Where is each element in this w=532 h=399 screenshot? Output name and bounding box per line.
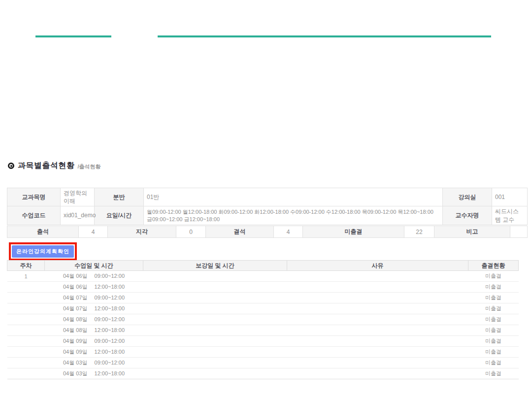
week-column-header: 주차 (7, 261, 45, 271)
class-section-label: 분반 (95, 188, 144, 206)
subject-name-value: 경영학의 이해 (61, 188, 95, 206)
class-datetime-cell: 04월 03일12:00~18:00 (45, 368, 143, 379)
menu-accent-line-left (35, 35, 111, 37)
status-cell: 미출결 (468, 336, 519, 347)
class-date: 04월 08일 (63, 327, 88, 333)
class-date: 04월 06일 (63, 273, 88, 279)
table-row: 04월 08일09:00~12:00 미출결 (7, 314, 519, 325)
class-date: 04월 03일 (63, 370, 88, 376)
makeup-datetime-cell (143, 271, 287, 282)
late-count-value: 0 (176, 226, 206, 238)
class-time: 09:00~12:00 (95, 338, 125, 344)
menu-accent-line-right (158, 35, 491, 37)
class-datetime-cell: 04월 08일12:00~18:00 (45, 325, 143, 336)
classroom-value: 001 (492, 188, 528, 206)
week-cell (7, 368, 45, 379)
class-date: 04월 09일 (63, 338, 88, 344)
section-heading: 과목별출석현황 /출석현황 (8, 161, 101, 171)
class-date: 04월 08일 (63, 316, 88, 322)
reason-column-header: 사유 (287, 261, 468, 271)
status-column-header: 출결현황 (468, 261, 519, 271)
class-date: 04월 03일 (63, 360, 88, 366)
reason-cell (287, 271, 468, 282)
late-count-label: 지각 (108, 226, 176, 238)
reason-cell (287, 347, 468, 358)
makeup-datetime-cell (143, 347, 287, 358)
makeup-datetime-cell (143, 303, 287, 314)
status-cell: 미출결 (468, 325, 519, 336)
table-row: 04월 09일12:00~18:00 미출결 (7, 347, 519, 358)
table-row: 1 04월 06일09:00~12:00 미출결 (7, 271, 519, 282)
class-time: 09:00~12:00 (95, 316, 125, 322)
class-datetime-cell: 04월 06일12:00~18:00 (45, 282, 143, 293)
reason-cell (287, 314, 468, 325)
table-row: 04월 07일09:00~12:00 미출결 (7, 293, 519, 303)
makeup-datetime-cell (143, 336, 287, 347)
reason-cell (287, 336, 468, 347)
professor-value: 씨드시스템 교수 (492, 206, 528, 225)
reason-cell (287, 358, 468, 368)
page-title: 과목별출석현황 (18, 161, 75, 171)
page-subtitle: /출석현황 (78, 163, 101, 170)
class-datetime-cell: 04월 08일09:00~12:00 (45, 314, 143, 325)
class-section-value: 01반 (144, 188, 443, 206)
status-cell: 미출결 (468, 314, 519, 325)
unrecorded-count-value: 22 (404, 226, 434, 238)
unrecorded-count-label: 미출결 (303, 226, 404, 238)
class-time: 12:00~18:00 (95, 370, 125, 376)
week-cell (7, 293, 45, 303)
class-datetime-cell: 04월 06일09:00~12:00 (45, 271, 143, 282)
absence-count-label: 결석 (206, 226, 274, 238)
class-code-value: xid01_demo (61, 206, 95, 225)
online-lecture-plan-button[interactable]: 온라인강의계획확인 (12, 245, 74, 258)
red-highlight-box: 온라인강의계획확인 (9, 242, 77, 261)
table-row: 04월 06일12:00~18:00 미출결 (7, 282, 519, 293)
makeup-datetime-cell (143, 325, 287, 336)
class-time: 09:00~12:00 (95, 360, 125, 366)
makeup-datetime-cell (143, 314, 287, 325)
table-row: 04월 09일09:00~12:00 미출결 (7, 336, 519, 347)
status-cell: 미출결 (468, 271, 519, 282)
week-cell (7, 303, 45, 314)
class-time: 12:00~18:00 (95, 305, 125, 311)
status-cell: 미출결 (468, 347, 519, 358)
reason-cell (287, 293, 468, 303)
table-row: 04월 07일12:00~18:00 미출결 (7, 303, 519, 314)
makeup-datetime-cell (143, 368, 287, 379)
class-date: 04월 07일 (63, 295, 88, 300)
class-datetime-cell: 04월 03일09:00~12:00 (45, 358, 143, 368)
class-date: 04월 06일 (63, 284, 88, 290)
reason-cell (287, 303, 468, 314)
table-row: 04월 03일09:00~12:00 미출결 (7, 358, 519, 368)
note-label: 비고 (434, 226, 510, 238)
class-datetime-cell: 04월 09일09:00~12:00 (45, 336, 143, 347)
class-time: 12:00~18:00 (95, 284, 125, 290)
class-datetime-cell: 04월 07일09:00~12:00 (45, 293, 143, 303)
week-cell (7, 314, 45, 325)
status-cell: 미출결 (468, 358, 519, 368)
schedule-value: 월09:00-12:00 월12:00-18:00 화09:00-12:00 화… (144, 206, 443, 225)
makeup-datetime-column-header: 보강일 및 시간 (143, 261, 287, 271)
attendance-summary-table: 출석 4 지각 0 결석 4 미출결 22 비고 (7, 226, 528, 238)
week-cell (7, 325, 45, 336)
makeup-datetime-cell (143, 282, 287, 293)
week-cell (7, 336, 45, 347)
class-datetime-cell: 04월 07일12:00~18:00 (45, 303, 143, 314)
attendance-page: { "theme": { "accent_teal": "#2caf96", "… (0, 0, 532, 399)
attendance-count-label: 출석 (7, 226, 79, 238)
reason-cell (287, 325, 468, 336)
note-value (510, 226, 528, 238)
absence-count-value: 4 (274, 226, 303, 238)
class-code-label: 수업코드 (7, 206, 61, 225)
makeup-datetime-cell (143, 293, 287, 303)
status-cell: 미출결 (468, 293, 519, 303)
table-row: 04월 03일12:00~18:00 미출결 (7, 368, 519, 379)
makeup-datetime-cell (143, 358, 287, 368)
week-cell (7, 282, 45, 293)
class-date: 04월 09일 (63, 349, 88, 355)
class-time: 09:00~12:00 (95, 273, 125, 279)
bullet-circle-icon (8, 163, 14, 169)
week-cell (7, 347, 45, 358)
classroom-label: 강의실 (443, 188, 492, 206)
class-date: 04월 07일 (63, 305, 88, 311)
